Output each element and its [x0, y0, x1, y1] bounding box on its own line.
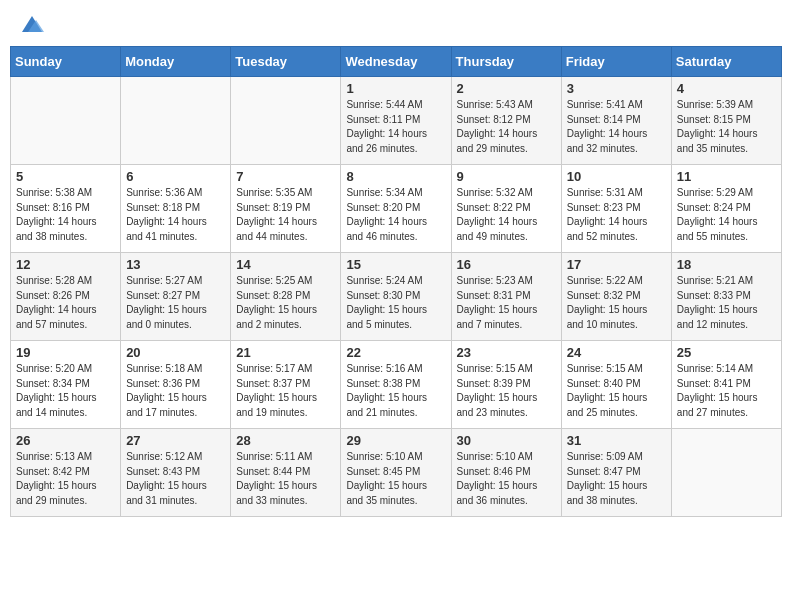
day-info: Sunrise: 5:09 AM Sunset: 8:47 PM Dayligh…: [567, 450, 666, 508]
day-header-monday: Monday: [121, 47, 231, 77]
day-number: 25: [677, 345, 776, 360]
day-info: Sunrise: 5:17 AM Sunset: 8:37 PM Dayligh…: [236, 362, 335, 420]
day-number: 27: [126, 433, 225, 448]
day-info: Sunrise: 5:16 AM Sunset: 8:38 PM Dayligh…: [346, 362, 445, 420]
day-header-thursday: Thursday: [451, 47, 561, 77]
day-number: 31: [567, 433, 666, 448]
calendar-cell: 17Sunrise: 5:22 AM Sunset: 8:32 PM Dayli…: [561, 253, 671, 341]
day-header-sunday: Sunday: [11, 47, 121, 77]
calendar-cell: 8Sunrise: 5:34 AM Sunset: 8:20 PM Daylig…: [341, 165, 451, 253]
day-number: 15: [346, 257, 445, 272]
day-info: Sunrise: 5:28 AM Sunset: 8:26 PM Dayligh…: [16, 274, 115, 332]
calendar-cell: [11, 77, 121, 165]
day-number: 30: [457, 433, 556, 448]
calendar-cell: 2Sunrise: 5:43 AM Sunset: 8:12 PM Daylig…: [451, 77, 561, 165]
day-info: Sunrise: 5:44 AM Sunset: 8:11 PM Dayligh…: [346, 98, 445, 156]
day-number: 5: [16, 169, 115, 184]
day-number: 29: [346, 433, 445, 448]
day-number: 10: [567, 169, 666, 184]
calendar-cell: 3Sunrise: 5:41 AM Sunset: 8:14 PM Daylig…: [561, 77, 671, 165]
calendar-cell: 23Sunrise: 5:15 AM Sunset: 8:39 PM Dayli…: [451, 341, 561, 429]
day-info: Sunrise: 5:34 AM Sunset: 8:20 PM Dayligh…: [346, 186, 445, 244]
day-info: Sunrise: 5:31 AM Sunset: 8:23 PM Dayligh…: [567, 186, 666, 244]
calendar-cell: 13Sunrise: 5:27 AM Sunset: 8:27 PM Dayli…: [121, 253, 231, 341]
day-info: Sunrise: 5:38 AM Sunset: 8:16 PM Dayligh…: [16, 186, 115, 244]
calendar-week-row: 26Sunrise: 5:13 AM Sunset: 8:42 PM Dayli…: [11, 429, 782, 517]
day-number: 7: [236, 169, 335, 184]
day-number: 19: [16, 345, 115, 360]
day-info: Sunrise: 5:27 AM Sunset: 8:27 PM Dayligh…: [126, 274, 225, 332]
day-info: Sunrise: 5:15 AM Sunset: 8:40 PM Dayligh…: [567, 362, 666, 420]
calendar-cell: 11Sunrise: 5:29 AM Sunset: 8:24 PM Dayli…: [671, 165, 781, 253]
day-number: 23: [457, 345, 556, 360]
calendar-cell: 24Sunrise: 5:15 AM Sunset: 8:40 PM Dayli…: [561, 341, 671, 429]
day-info: Sunrise: 5:25 AM Sunset: 8:28 PM Dayligh…: [236, 274, 335, 332]
day-info: Sunrise: 5:23 AM Sunset: 8:31 PM Dayligh…: [457, 274, 556, 332]
day-info: Sunrise: 5:36 AM Sunset: 8:18 PM Dayligh…: [126, 186, 225, 244]
day-info: Sunrise: 5:13 AM Sunset: 8:42 PM Dayligh…: [16, 450, 115, 508]
calendar-cell: 12Sunrise: 5:28 AM Sunset: 8:26 PM Dayli…: [11, 253, 121, 341]
day-number: 21: [236, 345, 335, 360]
calendar-cell: [671, 429, 781, 517]
day-number: 2: [457, 81, 556, 96]
calendar-cell: 22Sunrise: 5:16 AM Sunset: 8:38 PM Dayli…: [341, 341, 451, 429]
calendar-week-row: 1Sunrise: 5:44 AM Sunset: 8:11 PM Daylig…: [11, 77, 782, 165]
day-number: 28: [236, 433, 335, 448]
day-info: Sunrise: 5:43 AM Sunset: 8:12 PM Dayligh…: [457, 98, 556, 156]
day-info: Sunrise: 5:20 AM Sunset: 8:34 PM Dayligh…: [16, 362, 115, 420]
day-number: 6: [126, 169, 225, 184]
calendar-cell: 31Sunrise: 5:09 AM Sunset: 8:47 PM Dayli…: [561, 429, 671, 517]
day-info: Sunrise: 5:12 AM Sunset: 8:43 PM Dayligh…: [126, 450, 225, 508]
day-info: Sunrise: 5:24 AM Sunset: 8:30 PM Dayligh…: [346, 274, 445, 332]
day-info: Sunrise: 5:29 AM Sunset: 8:24 PM Dayligh…: [677, 186, 776, 244]
calendar-cell: 25Sunrise: 5:14 AM Sunset: 8:41 PM Dayli…: [671, 341, 781, 429]
day-number: 12: [16, 257, 115, 272]
day-number: 18: [677, 257, 776, 272]
day-info: Sunrise: 5:21 AM Sunset: 8:33 PM Dayligh…: [677, 274, 776, 332]
calendar-table: SundayMondayTuesdayWednesdayThursdayFrid…: [10, 46, 782, 517]
calendar-cell: 30Sunrise: 5:10 AM Sunset: 8:46 PM Dayli…: [451, 429, 561, 517]
day-number: 22: [346, 345, 445, 360]
day-header-friday: Friday: [561, 47, 671, 77]
calendar-cell: 20Sunrise: 5:18 AM Sunset: 8:36 PM Dayli…: [121, 341, 231, 429]
day-number: 20: [126, 345, 225, 360]
calendar-cell: 19Sunrise: 5:20 AM Sunset: 8:34 PM Dayli…: [11, 341, 121, 429]
calendar-week-row: 19Sunrise: 5:20 AM Sunset: 8:34 PM Dayli…: [11, 341, 782, 429]
day-number: 17: [567, 257, 666, 272]
page-header: [10, 10, 782, 38]
calendar-cell: [121, 77, 231, 165]
calendar-cell: 14Sunrise: 5:25 AM Sunset: 8:28 PM Dayli…: [231, 253, 341, 341]
calendar-week-row: 5Sunrise: 5:38 AM Sunset: 8:16 PM Daylig…: [11, 165, 782, 253]
calendar-cell: 16Sunrise: 5:23 AM Sunset: 8:31 PM Dayli…: [451, 253, 561, 341]
calendar-cell: [231, 77, 341, 165]
calendar-cell: 5Sunrise: 5:38 AM Sunset: 8:16 PM Daylig…: [11, 165, 121, 253]
day-info: Sunrise: 5:35 AM Sunset: 8:19 PM Dayligh…: [236, 186, 335, 244]
calendar-header-row: SundayMondayTuesdayWednesdayThursdayFrid…: [11, 47, 782, 77]
day-number: 4: [677, 81, 776, 96]
day-number: 8: [346, 169, 445, 184]
day-info: Sunrise: 5:18 AM Sunset: 8:36 PM Dayligh…: [126, 362, 225, 420]
day-info: Sunrise: 5:15 AM Sunset: 8:39 PM Dayligh…: [457, 362, 556, 420]
calendar-cell: 6Sunrise: 5:36 AM Sunset: 8:18 PM Daylig…: [121, 165, 231, 253]
day-info: Sunrise: 5:39 AM Sunset: 8:15 PM Dayligh…: [677, 98, 776, 156]
day-number: 3: [567, 81, 666, 96]
calendar-cell: 27Sunrise: 5:12 AM Sunset: 8:43 PM Dayli…: [121, 429, 231, 517]
calendar-cell: 28Sunrise: 5:11 AM Sunset: 8:44 PM Dayli…: [231, 429, 341, 517]
day-info: Sunrise: 5:14 AM Sunset: 8:41 PM Dayligh…: [677, 362, 776, 420]
day-number: 9: [457, 169, 556, 184]
day-number: 14: [236, 257, 335, 272]
day-header-tuesday: Tuesday: [231, 47, 341, 77]
day-info: Sunrise: 5:11 AM Sunset: 8:44 PM Dayligh…: [236, 450, 335, 508]
calendar-week-row: 12Sunrise: 5:28 AM Sunset: 8:26 PM Dayli…: [11, 253, 782, 341]
day-header-wednesday: Wednesday: [341, 47, 451, 77]
calendar-cell: 15Sunrise: 5:24 AM Sunset: 8:30 PM Dayli…: [341, 253, 451, 341]
calendar-cell: 18Sunrise: 5:21 AM Sunset: 8:33 PM Dayli…: [671, 253, 781, 341]
calendar-cell: 10Sunrise: 5:31 AM Sunset: 8:23 PM Dayli…: [561, 165, 671, 253]
day-info: Sunrise: 5:10 AM Sunset: 8:45 PM Dayligh…: [346, 450, 445, 508]
calendar-cell: 4Sunrise: 5:39 AM Sunset: 8:15 PM Daylig…: [671, 77, 781, 165]
logo-icon: [18, 10, 46, 38]
day-header-saturday: Saturday: [671, 47, 781, 77]
day-number: 24: [567, 345, 666, 360]
day-number: 26: [16, 433, 115, 448]
day-info: Sunrise: 5:41 AM Sunset: 8:14 PM Dayligh…: [567, 98, 666, 156]
